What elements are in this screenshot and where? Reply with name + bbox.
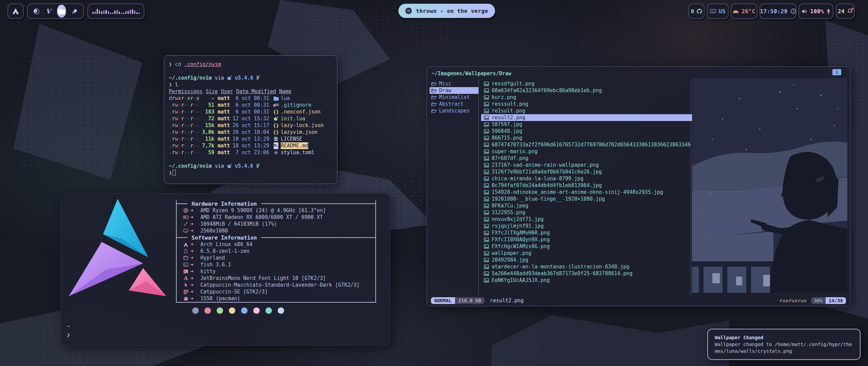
file-manager-window[interactable]: ~/Imagenes/Wallpapers/Draw 1 MiscDrawMin… [427, 66, 850, 306]
ls-row: .rw-r--r--183matt 6 oct 00:31{}.neoconf.… [169, 108, 332, 115]
list-position: 14/38 [826, 297, 846, 304]
shell-icon [181, 263, 190, 267]
distro-logo [65, 199, 177, 326]
file-name: 154928-odinokoe_anime-art-anime-okno-sin… [492, 189, 663, 195]
arrow-icon: ➜ [190, 228, 200, 234]
fetch-value: Catppuccin-SE [GTK2/3] [200, 289, 268, 295]
file-name: 20492984.jpg [492, 257, 528, 263]
weather-widget[interactable]: 26°C [731, 3, 757, 19]
visualizer-bar [101, 11, 102, 14]
braces-icon: {} [272, 108, 280, 115]
image-icon [483, 109, 489, 113]
workspace-paint[interactable] [72, 7, 78, 16]
visualizer-bar [130, 9, 131, 14]
file-name: 0c794faf07de24a4db4d4fb1eb813964.jpg [492, 182, 602, 188]
prompt-path: ~ [67, 323, 70, 329]
arrow-icon: ➜ [190, 282, 200, 288]
workspace-files-active[interactable] [57, 5, 66, 18]
folder-icon [272, 96, 280, 101]
file-name: chica-mirando-la-luna-8799.jpg [492, 176, 584, 182]
app-launcher-button[interactable] [7, 3, 24, 19]
file-name: 5a266e448add93deab367d87173e9f25-6837886… [492, 270, 632, 277]
image-icon [483, 129, 489, 134]
system-info-panel: Hardware Information ➜AMD Ryzen 9 5900X … [176, 200, 376, 303]
arrow-icon: ➜ [190, 241, 200, 247]
visualizer-bar [108, 11, 109, 14]
status-bar: NORMAL 218.8 KB result2.png -rwxrwxrwx 3… [427, 295, 850, 306]
palette-dot [253, 307, 260, 314]
clock-widget[interactable]: 17:50:29 [760, 3, 796, 19]
image-icon [483, 82, 489, 86]
gear-icon [272, 150, 280, 155]
file-name: FXfcII0X0AQyn9X.png [492, 237, 550, 243]
palette-dot [229, 307, 235, 314]
ls-row: .rw-r--r--59matt 7 oct 23:06stylua.toml [169, 149, 332, 156]
github-widget[interactable]: 0 [688, 3, 705, 19]
notification-popup[interactable]: Wallpaper Changed Wallpaper changed to /… [707, 329, 861, 360]
file-name: kurz.png [492, 94, 516, 100]
image-icon [483, 217, 489, 222]
file-name: 866715.png [492, 135, 522, 141]
ls-row: .rw-r--r--11kmatt18 oct 13:29LICENSE [169, 136, 332, 142]
ls-row: drwxr-xr-x-matt 6 oct 00:31lua [169, 95, 332, 102]
visualizer-bar [103, 11, 105, 14]
image-icon [483, 149, 489, 154]
gpu-icon [181, 216, 190, 219]
sidebar-folder-minimalist[interactable]: Minimalist [430, 94, 478, 101]
file-name: README.md [281, 142, 308, 149]
fetch-row: ➜kitty [177, 268, 375, 275]
terminal-input-line[interactable]: ❯ [169, 169, 332, 176]
tab-badge[interactable]: 1 [832, 69, 841, 75]
file-name: .neoconf.json [281, 108, 320, 115]
fetch-row: ➜6.5.8-zen1-1-zen [177, 248, 375, 255]
visualizer-bar [112, 13, 114, 14]
terminal-color-palette [192, 307, 284, 314]
sidebar-folder-draw[interactable]: Draw [430, 87, 478, 94]
fetch-value: Hyprland [200, 255, 225, 261]
palette-dot [192, 307, 199, 314]
wallpaper-shard [492, 315, 729, 366]
fetch-value: AMD ATI Radeon RX 6800/6800 XT / 6900 XT [200, 214, 323, 220]
image-icon [483, 197, 489, 201]
file-name: LICENSE [281, 136, 302, 142]
sidebar-folder-abstract[interactable]: Abstract [430, 101, 478, 107]
image-icon [483, 278, 489, 283]
file-name: 8FKa7Cu.jpeg [492, 203, 528, 209]
fetch-value: 1558 (pacman) [200, 296, 240, 302]
memory-icon [181, 222, 190, 226]
section-title: Hardware Information [188, 201, 261, 207]
vi-mode-indicator: V [256, 163, 259, 169]
volume-widget[interactable]: 100% [798, 3, 833, 19]
ls-header: Permissions Size User Date Modified Name [169, 88, 332, 95]
sidebar-folder-misc[interactable]: Misc [430, 80, 478, 87]
fetch-row: ➜fish 3.6.1 [177, 261, 375, 268]
arrow-icon: ➜ [190, 262, 200, 268]
fetch-window[interactable]: Hardware Information ➜AMD Ryzen 9 5900X … [60, 193, 390, 346]
terminal-window[interactable]: ❯ cd .config/nvim ~/.config/nvim via v5.… [164, 55, 337, 184]
open-folder-icon [431, 102, 437, 106]
media-player-widget[interactable]: thrown - on the verge [398, 4, 495, 18]
arrow-icon: ➜ [190, 289, 200, 295]
file-name: EeNKYgIUcAAJ5JX.png [492, 277, 550, 283]
software-rows: ➜Arch Linux x86_64➜6.5.8-zen1-1-zen➜Hypr… [177, 241, 375, 302]
terminal-icon [181, 269, 190, 273]
prompt-symbol[interactable]: ❯ [67, 332, 70, 338]
sidebar-folder-landscapes[interactable]: Landscapes [430, 107, 478, 114]
visualizer-bar [97, 9, 98, 14]
workspace-firefox[interactable] [33, 7, 40, 16]
fetch-row: ➜Arch Linux x86_64 [177, 241, 375, 248]
workspace-vim[interactable]: V [45, 7, 52, 16]
visualizer-bar [132, 9, 133, 14]
notifications-widget[interactable]: 24 [836, 3, 855, 19]
kernel-icon [181, 249, 190, 253]
media-title: thrown - on the verge [416, 8, 488, 14]
visualizer-bar [117, 10, 118, 14]
arrow-icon: ➜ [190, 296, 200, 302]
visualizer-bar [123, 13, 124, 14]
file-name: 596848.jpg [492, 128, 522, 134]
keyboard-layout-widget[interactable]: US [707, 3, 729, 19]
file-name: resssult.png [492, 101, 528, 107]
visualizer-bar [121, 13, 122, 14]
software-section-header: Software Information [176, 234, 376, 241]
folder-sidebar: MiscDrawMinimalistAbstractLandscapes [430, 80, 478, 114]
